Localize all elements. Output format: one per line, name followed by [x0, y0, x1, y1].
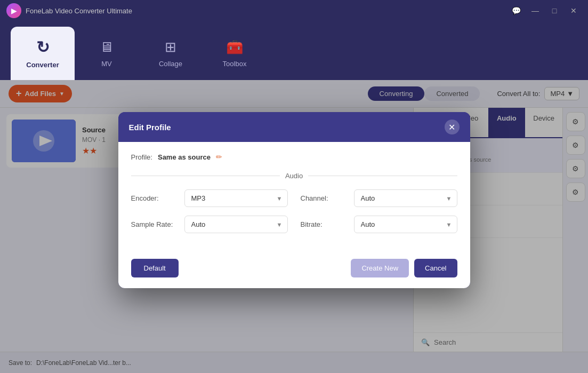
minimize-button[interactable]: —: [527, 4, 543, 17]
edit-profile-modal: Edit Profile ✕ Profile: Same as source ✏…: [118, 112, 470, 288]
maximize-button[interactable]: □: [546, 4, 562, 17]
nav-tab-converter-label: Converter: [26, 61, 59, 69]
converter-icon: ↻: [36, 38, 50, 57]
nav-tab-mv[interactable]: 🖥 MV: [75, 27, 139, 80]
sample-rate-label: Sample Rate:: [131, 220, 179, 228]
app-title: FoneLab Video Converter Ultimate: [26, 7, 132, 15]
profile-value: Same as source: [158, 153, 211, 161]
channel-label: Channel:: [301, 194, 349, 202]
nav-tab-collage[interactable]: ⊞ Collage: [139, 27, 203, 80]
bitrate-field: Bitrate: Auto 128k 192k 320k ▼: [301, 216, 457, 233]
channel-select-wrapper: Auto Mono Stereo ▼: [354, 189, 457, 207]
modal-overlay: Edit Profile ✕ Profile: Same as source ✏…: [0, 80, 588, 373]
cancel-button[interactable]: Cancel: [414, 259, 457, 277]
app-icon: ▶: [6, 3, 21, 18]
sample-rate-field: Sample Rate: Auto 44100 48000 ▼: [131, 216, 288, 233]
window-controls: 💬 — □ ✕: [508, 4, 582, 17]
bitrate-label: Bitrate:: [301, 220, 349, 228]
nav-tab-toolbox-label: Toolbox: [223, 60, 247, 68]
modal-title: Edit Profile: [129, 123, 171, 132]
title-bar-left: ▶ FoneLab Video Converter Ultimate: [6, 3, 132, 18]
close-button[interactable]: ✕: [566, 4, 582, 17]
chat-button[interactable]: 💬: [508, 4, 524, 17]
profile-edit-icon[interactable]: ✏: [216, 153, 222, 161]
channel-field: Channel: Auto Mono Stereo ▼: [301, 189, 457, 207]
create-new-button[interactable]: Create New: [351, 259, 409, 277]
mv-icon: 🖥: [100, 39, 114, 55]
modal-footer: Default Create New Cancel: [118, 259, 470, 288]
sample-rate-select[interactable]: Auto 44100 48000: [184, 216, 288, 233]
default-button[interactable]: Default: [131, 259, 179, 277]
bitrate-select-wrapper: Auto 128k 192k 320k ▼: [354, 216, 457, 233]
profile-label: Profile:: [131, 153, 152, 161]
sample-rate-select-wrapper: Auto 44100 48000 ▼: [184, 216, 288, 233]
bitrate-select[interactable]: Auto 128k 192k 320k: [354, 216, 457, 233]
main-content: + Add Files ▼ Converting Converted Conve…: [0, 80, 588, 373]
audio-form-grid: Encoder: MP3 AAC OGG FLAC ▼: [131, 189, 457, 233]
nav-tab-mv-label: MV: [101, 60, 112, 68]
profile-row: Profile: Same as source ✏: [131, 153, 457, 161]
modal-header: Edit Profile ✕: [118, 112, 470, 142]
nav-tab-collage-label: Collage: [159, 60, 182, 68]
divider-line-left: [131, 176, 280, 176]
collage-icon: ⊞: [165, 39, 176, 55]
encoder-select-wrapper: MP3 AAC OGG FLAC ▼: [184, 189, 288, 207]
encoder-field: Encoder: MP3 AAC OGG FLAC ▼: [131, 189, 288, 207]
encoder-label: Encoder:: [131, 194, 179, 202]
channel-select[interactable]: Auto Mono Stereo: [354, 189, 457, 207]
nav-tab-converter[interactable]: ↻ Converter: [11, 27, 75, 80]
modal-close-button[interactable]: ✕: [445, 120, 460, 134]
audio-section-divider: Audio: [131, 172, 457, 180]
divider-line-right: [308, 176, 457, 176]
encoder-select[interactable]: MP3 AAC OGG FLAC: [184, 189, 288, 207]
title-bar: ▶ FoneLab Video Converter Ultimate 💬 — □…: [0, 0, 588, 21]
audio-section-label: Audio: [285, 172, 303, 180]
nav-tab-toolbox[interactable]: 🧰 Toolbox: [203, 27, 267, 80]
modal-body: Profile: Same as source ✏ Audio Encoder:: [118, 142, 470, 259]
modal-action-buttons: Create New Cancel: [351, 259, 457, 277]
nav-tabs: ↻ Converter 🖥 MV ⊞ Collage 🧰 Toolbox: [0, 21, 588, 80]
toolbox-icon: 🧰: [226, 39, 243, 55]
